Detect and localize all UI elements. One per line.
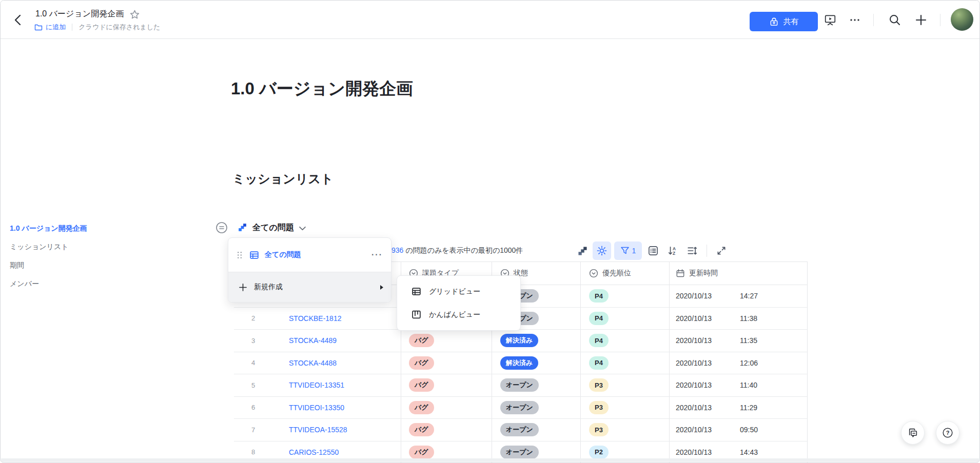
menu-item-create-new[interactable]: 新規作成 — [228, 272, 391, 302]
table-row: 6TTVIDEOI-13350バグオープンP32020/10/1311:29 — [234, 397, 807, 419]
value-pill[interactable]: P2 — [589, 446, 609, 459]
back-button[interactable] — [12, 13, 25, 27]
more-options-button[interactable] — [847, 12, 863, 28]
outline-item[interactable]: 期間 — [10, 261, 87, 269]
expand-view-button[interactable] — [713, 241, 730, 260]
submenu-item-kanban-view[interactable]: かんばんビュー — [397, 303, 520, 326]
value-pill[interactable]: P4 — [589, 356, 609, 370]
updated-time-cell[interactable]: 2020/10/1311:40 — [669, 374, 807, 396]
issue-key-link[interactable]: TTVIDEOI-13351 — [289, 381, 344, 389]
issue-key-link[interactable]: STOCKA-4488 — [289, 359, 337, 367]
value-pill[interactable]: バグ — [409, 378, 434, 392]
value-pill[interactable]: バグ — [409, 446, 434, 459]
field-config-button[interactable] — [645, 241, 661, 260]
value-pill[interactable]: バグ — [409, 401, 434, 414]
value-pill[interactable]: P4 — [589, 289, 609, 303]
create-new-button[interactable] — [913, 12, 929, 28]
outline-item[interactable]: 1.0 バージョン開発企画 — [10, 224, 87, 232]
user-avatar[interactable] — [951, 8, 973, 31]
status-cell[interactable]: オープン — [492, 419, 580, 441]
row-height-button[interactable] — [684, 241, 700, 260]
star-icon[interactable] — [130, 10, 140, 19]
outline-item[interactable]: ミッションリスト — [10, 243, 87, 251]
issue-key-cell: STOCKA-4488 — [272, 359, 401, 367]
value-pill[interactable]: P3 — [589, 423, 609, 436]
folder-icon — [34, 23, 43, 31]
sort-button[interactable]: AZ — [664, 241, 681, 260]
top-bar: 1.0 バージョン開発企画 に追加 クラウドに保存されました 共有 — [1, 1, 979, 39]
status-cell[interactable]: オープン — [492, 374, 580, 396]
filter-button[interactable]: 1 — [614, 241, 642, 260]
share-button[interactable]: 共有 — [750, 12, 818, 31]
value-pill[interactable]: バグ — [409, 423, 434, 436]
value-pill[interactable]: P4 — [589, 312, 609, 325]
value-pill[interactable]: P4 — [589, 334, 609, 347]
value-pill[interactable]: バグ — [409, 334, 434, 347]
value-pill[interactable]: 解決済み — [500, 356, 538, 370]
priority-cell[interactable]: P4 — [580, 330, 669, 352]
jira-source-button[interactable] — [575, 241, 590, 260]
issue-type-cell[interactable]: バグ — [401, 419, 492, 441]
issue-type-cell[interactable]: バグ — [401, 330, 492, 352]
table-toolbar: 1 AZ — [575, 241, 730, 260]
issue-key-link[interactable]: TTVIDEOI-13350 — [289, 404, 344, 412]
value-pill[interactable]: オープン — [500, 401, 539, 414]
updated-time-cell[interactable]: 2020/10/1314:27 — [669, 285, 807, 307]
feedback-button[interactable] — [901, 421, 925, 445]
block-menu-button[interactable] — [215, 222, 228, 234]
share-button-label: 共有 — [783, 17, 799, 27]
menu-item-current-view[interactable]: 全ての問題 ··· — [228, 238, 391, 272]
table-row: 3STOCKA-4489バグ解決済みP42020/10/1311:35 — [234, 330, 807, 352]
search-button[interactable] — [887, 12, 903, 28]
updated-time-cell[interactable]: 2020/10/1309:50 — [669, 419, 807, 441]
value-pill[interactable]: P3 — [589, 378, 609, 392]
value-pill[interactable]: P3 — [589, 401, 609, 414]
chevron-down-icon[interactable] — [299, 226, 306, 231]
value-pill[interactable]: 解決済み — [500, 334, 538, 347]
add-to-folder-link[interactable]: に追加 — [46, 23, 66, 32]
priority-cell[interactable]: P4 — [580, 285, 669, 307]
expand-icon — [716, 246, 727, 256]
jira-logo-icon — [577, 245, 589, 257]
updated-time-cell[interactable]: 2020/10/1311:35 — [669, 330, 807, 352]
value-pill[interactable]: オープン — [500, 446, 539, 459]
present-mode-button[interactable] — [822, 12, 838, 28]
settings-button[interactable] — [593, 241, 611, 260]
column-header-priority[interactable]: 優先順位 — [580, 262, 669, 285]
horizontal-scrollbar[interactable] — [1, 458, 979, 462]
issue-type-cell[interactable]: バグ — [401, 397, 492, 419]
result-count-link[interactable]: 936 — [391, 246, 403, 254]
grid-view-icon — [411, 287, 421, 296]
help-button[interactable]: ? — [936, 421, 959, 445]
updated-time-cell[interactable]: 2020/10/1312:06 — [669, 352, 807, 374]
value-pill[interactable]: オープン — [500, 378, 539, 392]
priority-cell[interactable]: P3 — [580, 419, 669, 441]
priority-cell[interactable]: P3 — [580, 374, 669, 396]
view-title[interactable]: 全ての問題 — [252, 223, 294, 233]
issue-key-link[interactable]: CARIOS-12550 — [289, 448, 339, 456]
issue-key-link[interactable]: STOCKA-4489 — [289, 336, 337, 345]
updated-time-cell[interactable]: 2020/10/1311:29 — [669, 397, 807, 419]
issue-key-link[interactable]: STOCKBE-1812 — [289, 314, 341, 323]
status-cell[interactable]: オープン — [492, 397, 580, 419]
priority-cell[interactable]: P3 — [580, 397, 669, 419]
issue-key-link[interactable]: TTVIDEOA-15528 — [289, 426, 347, 434]
priority-cell[interactable]: P4 — [580, 352, 669, 374]
row-number: 3 — [234, 337, 272, 345]
drag-handle-icon[interactable] — [237, 251, 242, 259]
issue-type-cell[interactable]: バグ — [401, 374, 492, 396]
submenu-item-grid-view[interactable]: グリッドビュー — [397, 280, 520, 303]
status-cell[interactable]: 解決済み — [492, 352, 580, 374]
value-pill[interactable]: バグ — [409, 356, 434, 370]
view-more-button[interactable]: ··· — [371, 250, 383, 259]
priority-cell[interactable]: P4 — [580, 308, 669, 330]
outline-item[interactable]: メンバー — [10, 279, 87, 288]
status-cell[interactable]: 解決済み — [492, 330, 580, 352]
issue-key-cell: TTVIDEOI-13351 — [272, 381, 401, 389]
column-header-updated[interactable]: 更新時間 — [669, 262, 807, 285]
updated-time-cell[interactable]: 2020/10/1311:38 — [669, 308, 807, 330]
issue-type-cell[interactable]: バグ — [401, 352, 492, 374]
plus-icon — [915, 14, 927, 26]
value-pill[interactable]: オープン — [500, 423, 539, 436]
select-field-icon — [589, 269, 598, 278]
